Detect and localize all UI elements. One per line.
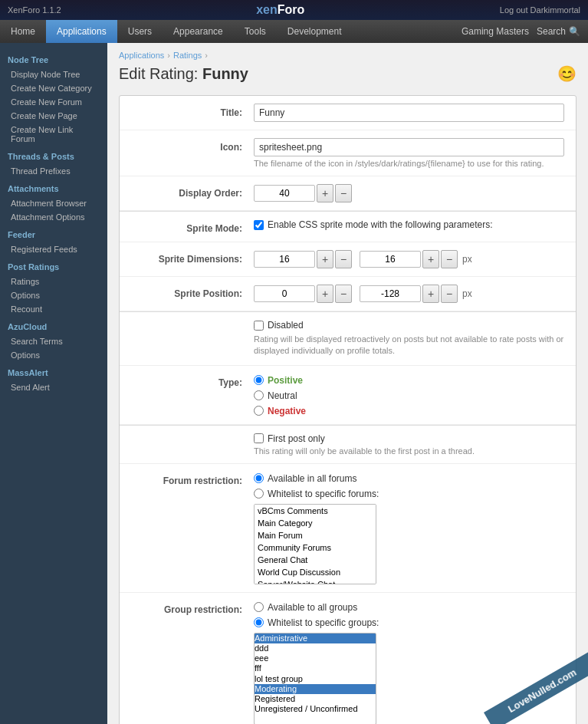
forum-available-all-radio[interactable]	[254, 473, 264, 483]
type-positive-row: Positive	[254, 375, 564, 386]
sprite-pos-y-input[interactable]	[360, 285, 421, 302]
disabled-checkbox-label: Disabled	[268, 320, 304, 331]
sidebar-item-create-new-link-forum[interactable]: Create New Link Forum	[0, 123, 107, 146]
content-area: Applications › Ratings › Edit Rating: Fu…	[107, 43, 588, 724]
forum-whitelist-radio[interactable]	[254, 489, 264, 499]
forum-list[interactable]: vBCms Comments Main Category Main Forum …	[254, 504, 376, 584]
sidebar-item-send-alert[interactable]: Send Alert	[0, 380, 107, 394]
sprite-dim-h-minus[interactable]: −	[441, 250, 458, 268]
group-option-unregistered[interactable]: Unregistered / Unconfirmed	[255, 704, 376, 714]
title-input[interactable]	[254, 104, 564, 122]
disabled-checkbox[interactable]	[254, 321, 264, 331]
sidebar: Node Tree Display Node Tree Create New C…	[0, 43, 107, 724]
sidebar-item-ratings[interactable]: Ratings	[0, 275, 107, 288]
first-post-checkbox[interactable]	[254, 433, 264, 443]
sprite-dim-w-plus[interactable]: +	[317, 250, 333, 268]
logout-button[interactable]: Log out Darkimmortal	[500, 5, 580, 15]
sprite-dim-h-plus[interactable]: +	[422, 250, 439, 268]
sidebar-item-create-new-forum[interactable]: Create New Forum	[0, 95, 107, 109]
icon-input[interactable]	[254, 138, 564, 156]
nav-item-home[interactable]: Home	[0, 20, 46, 43]
first-post-checkbox-row: First post only	[254, 433, 564, 444]
sidebar-item-search-terms[interactable]: Search Terms	[0, 334, 107, 348]
search-area[interactable]: Search 🔍	[537, 26, 580, 37]
type-negative-label: Negative	[268, 406, 306, 416]
sprite-dim-h-group: + − px	[360, 250, 472, 268]
group-restriction-control-wrap: Available to all groups Whitelist to spe…	[254, 601, 564, 724]
breadcrumb-ratings[interactable]: Ratings	[173, 51, 202, 60]
sidebar-item-recount[interactable]: Recount	[0, 302, 107, 316]
display-order-input[interactable]	[254, 185, 315, 202]
sprite-mode-checkbox-label: Enable CSS sprite mode with the followin…	[268, 219, 492, 230]
sidebar-item-thread-prefixes[interactable]: Thread Prefixes	[0, 164, 107, 178]
sprite-dim-px-label: px	[462, 254, 472, 265]
forum-restriction-radio-group: Available in all forums Whitelist to spe…	[254, 473, 564, 499]
group-option-fff[interactable]: fff	[255, 663, 376, 673]
sprite-dim-h-input[interactable]	[360, 251, 421, 268]
forum-whitelist-row: Whitelist to specific forums:	[254, 489, 564, 499]
sidebar-item-attachment-browser[interactable]: Attachment Browser	[0, 196, 107, 210]
group-option-administrative[interactable]: Administrative	[255, 634, 376, 643]
nav-item-applications[interactable]: Applications	[46, 20, 117, 43]
sidebar-section-attachments: Attachments	[0, 178, 107, 196]
breadcrumb: Applications › Ratings ›	[119, 51, 577, 60]
nav-item-development[interactable]: Development	[277, 20, 353, 43]
display-order-minus-button[interactable]: −	[335, 184, 352, 202]
form-row-first-post: First post only This rating will only be…	[120, 426, 576, 464]
group-option-moderating[interactable]: Moderating	[255, 684, 376, 694]
breadcrumb-sep-2: ›	[205, 51, 208, 60]
sprite-dim-w-group: + −	[254, 250, 352, 268]
group-option-registered[interactable]: Registered	[255, 694, 376, 704]
sidebar-section-feeder: Feeder	[0, 224, 107, 242]
sprite-dim-w-minus[interactable]: −	[335, 250, 352, 268]
label-icon: Icon:	[131, 138, 254, 153]
label-sprite-position: Sprite Position:	[131, 285, 254, 299]
sidebar-item-display-node-tree[interactable]: Display Node Tree	[0, 67, 107, 81]
sidebar-item-options[interactable]: Options	[0, 288, 107, 302]
sidebar-item-azucloud-options[interactable]: Options	[0, 348, 107, 362]
sprite-pos-x-plus[interactable]: +	[317, 285, 333, 303]
sidebar-item-attachment-options[interactable]: Attachment Options	[0, 210, 107, 224]
sidebar-item-create-new-page[interactable]: Create New Page	[0, 109, 107, 123]
forum-option-server-chat[interactable]: Server/Website Chat	[255, 578, 376, 584]
sprite-pos-y-plus[interactable]: +	[422, 285, 439, 303]
sprite-pos-y-group: + − px	[360, 285, 472, 303]
sprite-pos-x-input[interactable]	[254, 285, 315, 302]
sprite-mode-checkbox[interactable]	[254, 220, 264, 230]
type-negative-radio[interactable]	[254, 406, 264, 416]
group-available-all-radio[interactable]	[254, 602, 264, 612]
forum-option-main-forum[interactable]: Main Forum	[255, 529, 376, 541]
label-group-restriction: Group restriction:	[131, 601, 254, 615]
nav-item-tools[interactable]: Tools	[234, 20, 277, 43]
forum-option-main-category[interactable]: Main Category	[255, 517, 376, 529]
display-order-plus-button[interactable]: +	[317, 184, 333, 202]
sidebar-section-node-tree: Node Tree	[0, 49, 107, 67]
sidebar-item-registered-feeds[interactable]: Registered Feeds	[0, 242, 107, 256]
type-neutral-radio[interactable]	[254, 390, 264, 400]
nav-bar: Home Applications Users Appearance Tools…	[0, 20, 588, 43]
sprite-pos-y-minus[interactable]: −	[441, 285, 458, 303]
nav-item-appearance[interactable]: Appearance	[163, 20, 234, 43]
sprite-dim-w-input[interactable]	[254, 251, 315, 268]
forum-option-general-chat[interactable]: General Chat	[255, 554, 376, 566]
forum-option-world-cup[interactable]: World Cup Discussion	[255, 566, 376, 578]
group-option-eee[interactable]: eee	[255, 653, 376, 663]
group-whitelist-radio[interactable]	[254, 617, 264, 627]
forum-option-community-forums[interactable]: Community Forums	[255, 541, 376, 554]
breadcrumb-applications[interactable]: Applications	[119, 51, 164, 60]
sidebar-item-create-new-category[interactable]: Create New Category	[0, 81, 107, 95]
nav-item-users[interactable]: Users	[117, 20, 163, 43]
group-option-ddd[interactable]: ddd	[255, 643, 376, 653]
sprite-pos-x-minus[interactable]: −	[335, 285, 352, 303]
label-type: Type:	[131, 374, 254, 388]
type-positive-radio[interactable]	[254, 375, 264, 385]
group-available-all-row: Available to all groups	[254, 602, 564, 613]
group-list[interactable]: Administrative ddd eee fff lol test grou…	[254, 633, 376, 724]
gaming-masters-link[interactable]: Gaming Masters	[462, 26, 529, 37]
disabled-description: Rating will be displayed retroactively o…	[254, 334, 564, 357]
type-positive-label: Positive	[268, 375, 303, 386]
group-option-lol-test[interactable]: lol test group	[255, 674, 376, 684]
form-panel: Title: Icon: The filename of the icon in…	[119, 95, 577, 724]
forum-whitelist-label: Whitelist to specific forums:	[268, 489, 379, 499]
forum-option-vbcms[interactable]: vBCms Comments	[255, 505, 376, 517]
